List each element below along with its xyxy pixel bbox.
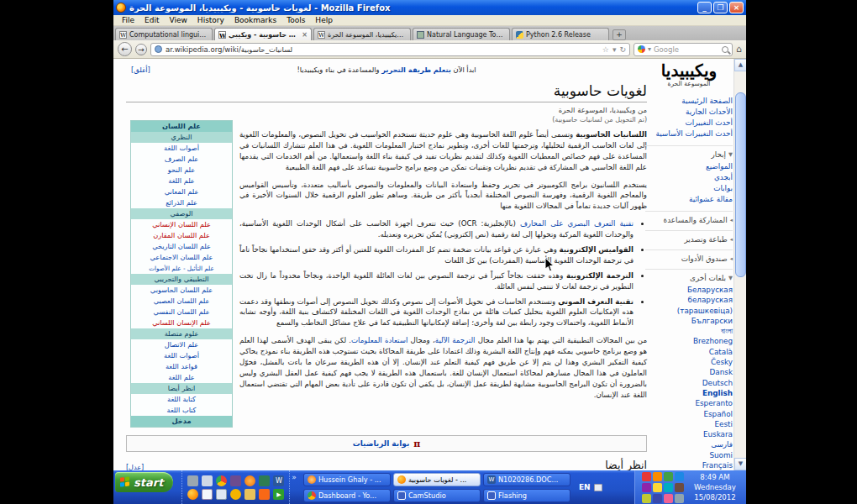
scroll-down-arrow[interactable]: ▼ — [734, 458, 746, 470]
infobox-row[interactable]: علم اللسان — [131, 121, 232, 132]
infobox-row[interactable]: التطبيقي والتجريبي — [131, 274, 232, 285]
minimize-button[interactable]: _ — [697, 2, 712, 13]
sidebar-section-navigation[interactable]: ▼ إبحار — [645, 145, 733, 159]
bullet-lead[interactable]: القواميس الإلكترونية — [560, 245, 634, 254]
language-link[interactable]: বাংলা — [645, 326, 733, 336]
sidebar-collapsed-section[interactable]: ◂ المشاركة والمساعدة — [645, 211, 733, 224]
language-link[interactable]: Беларуская — [645, 285, 733, 295]
taskbar-window-button[interactable]: Flashing — [483, 489, 570, 502]
language-link[interactable]: Euskara — [645, 429, 733, 439]
sidebar-link[interactable]: أحدث التغييرات — [645, 118, 733, 129]
infobox-row[interactable]: علم المعاني — [131, 186, 232, 197]
reload-icon[interactable]: ↻ — [619, 45, 626, 54]
banner-link[interactable]: بتعلم طريقة التحرير — [381, 66, 451, 74]
search-bar[interactable]: ▾ Google — [634, 43, 733, 56]
taskbar-window-button[interactable]: Dashboard - Yo... — [303, 489, 391, 502]
language-link[interactable]: Français — [645, 460, 733, 470]
sidebar-link[interactable]: المواضيع — [645, 161, 733, 172]
infobox-row[interactable]: مدخل — [131, 416, 232, 427]
portal-link[interactable]: بوابة الرياضيات — [353, 439, 410, 448]
sidebar-link[interactable]: الأحداث الجارية — [645, 107, 733, 118]
quick-launch-overflow-chevron[interactable]: » — [292, 473, 297, 481]
language-link[interactable]: Català — [645, 347, 733, 357]
bookmark-star-icon[interactable]: ☆ — [602, 45, 609, 54]
infobox-row[interactable]: كتابة اللغة — [131, 394, 232, 405]
infobox-row[interactable]: الوصفي — [131, 208, 232, 219]
taskbar-window-button[interactable]: N1020286.DOC... — [483, 473, 570, 486]
search-engine-dropdown-icon[interactable]: ▾ — [648, 45, 651, 53]
infobox-row[interactable]: علم اللسان المقارن — [131, 230, 232, 241]
taskbar-window-button[interactable]: لغويات حاسوبية - ... — [393, 473, 481, 486]
quick-launch-icon[interactable] — [230, 475, 241, 486]
tray-icon[interactable] — [664, 494, 673, 503]
infobox-row[interactable]: انظر أيضا — [131, 383, 232, 394]
sidebar-link[interactable]: أبجدي — [645, 172, 733, 183]
maximize-button[interactable]: ❐ — [713, 2, 728, 13]
infobox-row[interactable]: النظري — [131, 132, 232, 143]
scrollbar-thumb[interactable] — [735, 92, 746, 277]
browser-tab[interactable]: Python 2.6 Release — [512, 28, 609, 40]
tray-icon[interactable] — [675, 494, 684, 503]
infobox-row[interactable]: علم اللسان العصبي — [131, 296, 232, 307]
tray-icon[interactable] — [642, 494, 651, 503]
sidebar-section-languages[interactable]: ▼ بلغات أخرى — [645, 269, 733, 282]
tray-icon[interactable] — [653, 472, 662, 481]
language-link[interactable]: Español — [645, 409, 733, 419]
infobox-row[interactable]: علم الاتصال — [131, 339, 232, 350]
quick-launch-icon[interactable] — [244, 489, 255, 500]
tray-icon[interactable] — [675, 483, 684, 492]
language-link[interactable]: Suomi — [645, 450, 733, 460]
tab-close-icon[interactable]: × — [302, 31, 308, 39]
new-tab-button[interactable]: + — [613, 29, 626, 40]
tray-icon[interactable] — [642, 483, 651, 492]
menu-item[interactable]: Tools — [281, 16, 310, 24]
infobox-row[interactable]: علم اللغة — [131, 176, 232, 186]
infobox-row[interactable]: علم الصرف — [131, 154, 232, 165]
quick-launch-icon[interactable] — [187, 475, 198, 486]
browser-tab[interactable]: W إحصاء - ويكيبيديا، الموسوعة الحرة — [313, 28, 411, 40]
sidebar-link[interactable]: الصفحة الرئيسية — [645, 96, 733, 107]
url-dropdown-icon[interactable]: ▾ — [613, 45, 617, 54]
taskbar-window-button[interactable]: CamStudio — [393, 489, 481, 502]
language-link[interactable]: Dansk — [645, 367, 733, 377]
tray-icon[interactable] — [653, 483, 662, 492]
language-indicator[interactable]: EN — [579, 470, 602, 504]
search-placeholder[interactable]: Google — [654, 45, 719, 54]
url-bar[interactable]: ar.wikipedia.org/wiki/لسانيات_حاسوبية ☆ … — [150, 43, 630, 56]
banner-close-link[interactable]: [أغلق] — [131, 66, 150, 74]
tray-icon[interactable] — [664, 472, 673, 481]
vertical-scrollbar[interactable]: ▲ ▼ — [733, 59, 746, 470]
browser-tab[interactable]: W Computational linguistics - Wikip... — [115, 28, 213, 40]
forward-button[interactable]: → — [135, 44, 147, 55]
language-link[interactable]: Български — [645, 316, 733, 326]
menu-item[interactable]: File — [117, 16, 139, 24]
quick-launch-icon[interactable] — [259, 475, 270, 486]
language-link[interactable]: Deutsch — [645, 378, 733, 388]
tray-icon[interactable] — [642, 472, 651, 481]
sidebar-link[interactable]: مقالة عشوائية — [645, 194, 733, 205]
url-text[interactable]: ar.wikipedia.org/wiki/لسانيات_حاسوبية — [166, 45, 599, 54]
language-link[interactable]: беларуская (тарашкевіца) — [645, 295, 733, 316]
infobox-row[interactable]: علم اللسان النفسي — [131, 307, 232, 318]
quick-launch-icon[interactable] — [244, 475, 255, 486]
language-link[interactable]: Brezhoneg — [645, 336, 733, 346]
infobox-row[interactable]: علوم متصلة — [131, 328, 232, 339]
infobox-row[interactable]: علم اللسان الحاسوبي — [131, 285, 232, 296]
sidebar-collapsed-section[interactable]: ◂ طباعة وتصدير — [645, 230, 733, 244]
quick-launch-icon[interactable] — [187, 489, 198, 500]
sidebar-link[interactable]: بوابات — [645, 183, 733, 194]
browser-tab[interactable]: W لغويات حاسوبية - ويكيبي... × — [214, 28, 312, 40]
wikipedia-wordmark[interactable]: ويكيبيديا — [645, 61, 733, 80]
infobox-row[interactable]: علم اللسان الإنساني — [131, 219, 232, 230]
menu-item[interactable]: View — [165, 16, 192, 24]
quick-launch-icon[interactable] — [202, 489, 213, 500]
infobox-row[interactable]: قواعد اللغة — [131, 361, 232, 372]
tray-icon[interactable] — [675, 472, 684, 481]
language-link[interactable]: Česky — [645, 357, 733, 367]
tray-icon[interactable] — [664, 483, 673, 492]
quick-launch-icon[interactable] — [273, 475, 284, 486]
language-link[interactable]: فارسی — [645, 439, 733, 449]
bullet-lead[interactable]: الترجمة الإلكترونية — [566, 271, 634, 280]
close-button[interactable]: × — [729, 2, 744, 13]
portal-box[interactable]: π بوابة الرياضيات — [126, 435, 647, 452]
